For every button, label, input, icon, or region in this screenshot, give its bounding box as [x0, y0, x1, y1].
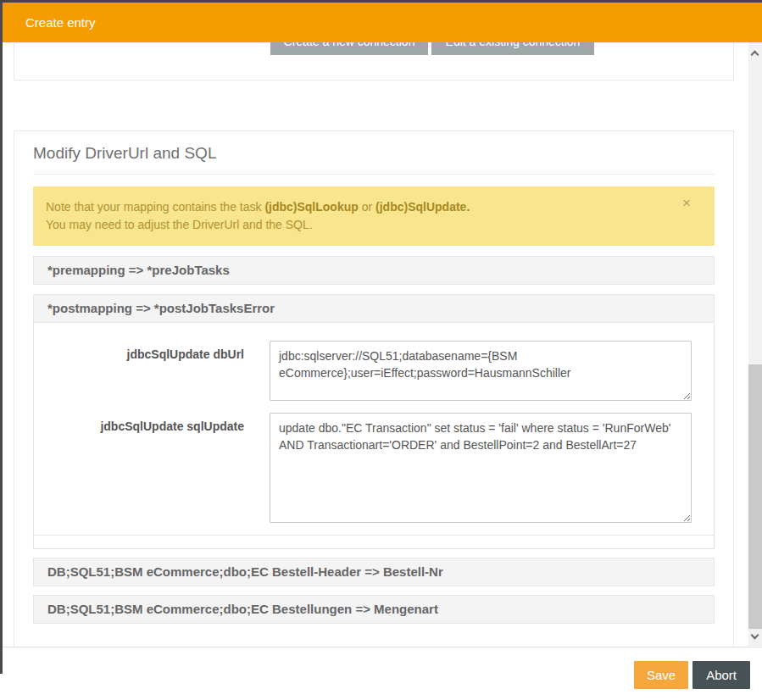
- sqlupdate-label: jdbcSqlUpdate sqlUpdate: [49, 413, 270, 523]
- connection-panel: Create a new connection Edit a existing …: [14, 42, 734, 81]
- warning-alert: × Note that your mapping contains the ta…: [33, 186, 715, 246]
- modal-title: Create entry: [25, 15, 96, 30]
- scrollbar-thumb[interactable]: [748, 364, 762, 629]
- backdrop-top: [0, 0, 762, 3]
- create-new-connection-button[interactable]: Create a new connection: [270, 42, 428, 55]
- accordion-premapping[interactable]: *premapping => *preJobTasks: [33, 256, 715, 285]
- close-icon[interactable]: ×: [682, 196, 691, 210]
- abort-button[interactable]: Abort: [692, 661, 750, 689]
- save-button[interactable]: Save: [634, 661, 688, 689]
- backdrop-left: [0, 3, 3, 674]
- accordion-bestell-header[interactable]: DB;SQL51;BSM eCommerce;dbo;EC Bestell-He…: [33, 558, 715, 586]
- alert-line-2: You may need to adjust the DriverUrl and…: [46, 216, 681, 234]
- alert-text: Note that your mapping contains the task: [46, 200, 264, 214]
- dburl-textarea[interactable]: jdbc:sqlserver://SQL51;databasename={BSM…: [270, 341, 692, 401]
- alert-period: .: [466, 200, 470, 214]
- modify-driverurl-panel: Modify DriverUrl and SQL × Note that you…: [14, 131, 734, 647]
- accordion-body-footer: [34, 535, 714, 548]
- alert-text-or: or: [359, 200, 375, 214]
- accordion-postmapping[interactable]: *postmapping => *postJobTasksError: [33, 294, 715, 323]
- sqlupdate-form-row: jdbcSqlUpdate sqlUpdate update dbo."EC T…: [34, 413, 714, 523]
- modal-body: Create a new connection Edit a existing …: [3, 42, 762, 647]
- alert-line-1: Note that your mapping contains the task…: [46, 198, 681, 216]
- scroll-up-icon[interactable]: [748, 47, 762, 60]
- alert-bold-sqllookup: (jdbc)SqlLookup: [264, 200, 358, 214]
- sqlupdate-textarea[interactable]: update dbo."EC Transaction" set status =…: [270, 413, 692, 523]
- accordion-bestellungen[interactable]: DB;SQL51;BSM eCommerce;dbo;EC Bestellung…: [33, 595, 715, 624]
- dburl-label: jdbcSqlUpdate dbUrl: [49, 341, 270, 401]
- panel-title: Modify DriverUrl and SQL: [33, 144, 715, 175]
- edit-existing-connection-button[interactable]: Edit a existing connection: [431, 42, 594, 55]
- dburl-form-row: jdbcSqlUpdate dbUrl jdbc:sqlserver://SQL…: [34, 341, 714, 401]
- modal-header: Create entry: [3, 3, 762, 42]
- scrollbar[interactable]: [748, 42, 762, 646]
- create-entry-modal: Create entry Create a new connection Edi…: [3, 3, 762, 700]
- scroll-down-icon[interactable]: [748, 631, 762, 644]
- modal-footer: Save Abort: [3, 647, 762, 700]
- accordion-postmapping-body: jdbcSqlUpdate dbUrl jdbc:sqlserver://SQL…: [33, 323, 715, 549]
- alert-bold-sqlupdate: (jdbc)SqlUpdate: [375, 200, 466, 214]
